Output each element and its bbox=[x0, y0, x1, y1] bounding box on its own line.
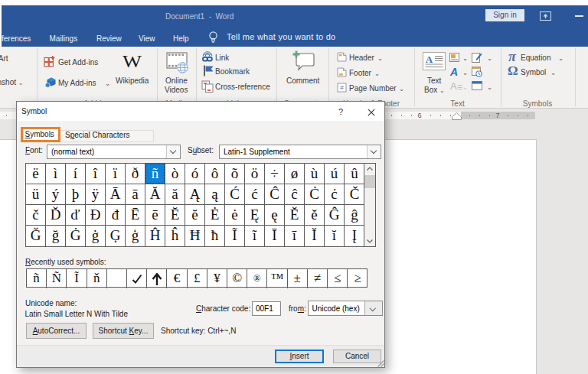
svg-text:#: # bbox=[340, 84, 344, 91]
svg-text:W: W bbox=[122, 55, 142, 69]
svg-text:A: A bbox=[426, 54, 433, 65]
